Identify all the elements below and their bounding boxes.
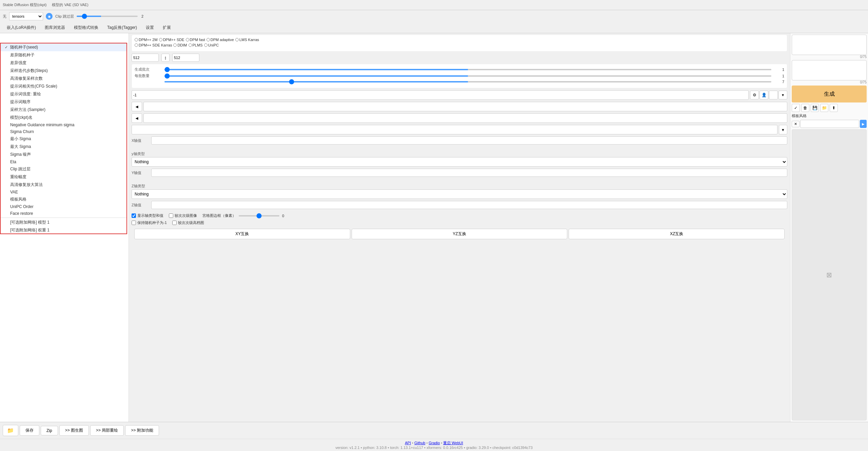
dropdown-item-hires-upscale[interactable]: 高清修复放大算法 [1, 181, 126, 189]
dropdown-item-addon-model1[interactable]: [可选附加网络] 模型 1 [1, 219, 126, 226]
sampler-dpmadaptive[interactable]: DPM adaptive [206, 38, 234, 42]
dropdown-item-template[interactable]: 模板风格 [1, 195, 126, 203]
to-extra-button[interactable]: >> 附加功能 [125, 425, 159, 436]
tab-extension[interactable]: 扩展 [159, 23, 175, 32]
height-input[interactable] [172, 54, 199, 62]
to-t2i-button[interactable]: >> 图生图 [59, 425, 89, 436]
tab-lora[interactable]: 嵌入(LoRA插件) [3, 23, 40, 32]
show-hires-checkbox[interactable]: 较次次级高档图 [172, 220, 204, 225]
reload-link[interactable]: 重启 WebUI [443, 441, 463, 445]
dropdown-item-max-sigma[interactable]: 最大 Sigma [1, 143, 126, 151]
xz-swap-button[interactable]: XZ互换 [569, 229, 785, 239]
dropdown-item-addon-weight1[interactable]: [可选附加网络] 权重 1 [1, 226, 126, 233]
dropdown-item-model[interactable]: 模型(ckpt)名 [1, 114, 126, 121]
y-value-input[interactable] [151, 169, 787, 177]
clip-slider[interactable] [77, 16, 138, 17]
keep-seed-checkbox[interactable]: 保持随机种子为-1 [132, 220, 167, 225]
arrow-dropdown-button[interactable]: ▾ [779, 125, 787, 134]
x-value-input[interactable] [151, 136, 787, 145]
sampler-dpmfast-radio[interactable] [186, 38, 189, 41]
dropdown-item-neg-guidance[interactable]: Negative Guidance minimum sigma [1, 121, 126, 128]
dropdown-item-sampler[interactable]: 采样方法 (Sampler) [1, 106, 126, 114]
keep-seed-input[interactable] [132, 221, 136, 225]
sampler-lmskarras-radio[interactable] [235, 38, 239, 41]
arrow-left-button-1[interactable]: ◄ [132, 102, 142, 111]
margin-slider[interactable] [239, 215, 279, 217]
dropdown-item-diff-strength[interactable]: 差异强度 [1, 59, 126, 67]
dropdown-item-prompt-order[interactable]: 提示词顺序 [1, 98, 126, 106]
tab-gallery[interactable]: 图库浏览器 [41, 23, 69, 32]
show-axis-input[interactable] [132, 213, 136, 218]
dropdown-item-hires-steps[interactable]: 高清修复采样次数 [1, 75, 126, 82]
tab-tagger[interactable]: Tag反推(Tagger) [103, 23, 141, 32]
prompt-2-input[interactable] [792, 60, 867, 80]
dropdown-item-face[interactable]: Face restore [1, 210, 126, 217]
save-button[interactable]: 💾 [811, 104, 819, 112]
save-action-button[interactable]: 保存 [20, 425, 39, 436]
zip-action-button[interactable]: Zip [41, 426, 58, 435]
check-button[interactable]: ✓ [792, 104, 800, 112]
dropdown-item-diff-seed[interactable]: 差异随机种子 [1, 51, 126, 59]
dropdown-item-sigma-noise[interactable]: Sigma 噪声 [1, 151, 126, 158]
seed-dropdown-button[interactable]: ▾ [778, 91, 787, 99]
seed-gear-button[interactable]: ⚙ [750, 91, 759, 99]
sampler-unipc[interactable]: UniPC [204, 43, 219, 47]
dropdown-item-eta[interactable]: Eta [1, 158, 126, 165]
count-slider[interactable] [164, 69, 771, 70]
prompt-1-input[interactable] [792, 35, 867, 55]
sampler-dpmsdekarras-radio[interactable] [135, 43, 138, 47]
template-close-button[interactable]: ✕ [792, 121, 800, 127]
dropdown-item-denoise[interactable]: 提示词强度: 重绘 [1, 90, 126, 98]
arrow-left-button-2[interactable]: ◄ [132, 113, 142, 123]
sampler-plms-radio[interactable] [189, 43, 192, 47]
dropdown-item-seed[interactable]: ✓ 随机种子(seed) [1, 43, 126, 51]
folder-action-button[interactable]: 📁 [3, 425, 18, 436]
cfg-slider[interactable] [164, 81, 771, 82]
template-text-input[interactable] [800, 120, 859, 128]
show-grid-input[interactable] [169, 213, 173, 218]
to-inpaint-button[interactable]: >> 局部重绘 [90, 425, 124, 436]
sampler-dpm2m-radio[interactable] [135, 38, 138, 41]
sampler-dpmsdekarras[interactable]: DPM++ SDE Karras [135, 43, 172, 47]
dropdown-item-vae[interactable]: VAE [1, 189, 126, 195]
dropdown-item-min-sigma[interactable]: 最小 Sigma [1, 135, 126, 143]
template-submit-button[interactable]: ▶ [860, 120, 867, 128]
y-type-select[interactable]: Nothing [132, 157, 787, 167]
dropdown-item-clip[interactable]: Clip 跳过层 [1, 165, 126, 173]
sampler-unipc-radio[interactable] [204, 43, 208, 47]
dropdown-item-cfg[interactable]: 提示词相关性(CFG Scale) [1, 82, 126, 90]
sampler-lmskarras[interactable]: LMS Karras [235, 38, 259, 42]
sampler-dpmsde-radio[interactable] [159, 38, 162, 41]
tab-convert[interactable]: 模型格式转换 [70, 23, 102, 32]
generate-button[interactable]: 生成 [792, 86, 867, 102]
sampler-dpmsde[interactable]: DPM++ SDE [159, 38, 184, 42]
dropdown-item-steps[interactable]: 采样迭代步数(Steps) [1, 67, 126, 75]
sampler-plms[interactable]: PLMS [189, 43, 203, 47]
dropdown-item-sigma-churn[interactable]: Sigma Churn [1, 128, 126, 135]
batch-slider[interactable] [164, 75, 771, 77]
upload-button[interactable]: ⬆ [830, 104, 838, 112]
xy-swap-button[interactable]: XY互换 [134, 229, 350, 239]
sampler-ddim-radio[interactable] [173, 43, 177, 47]
tensors-select[interactable]: tensors [9, 12, 43, 20]
sampler-ddim[interactable]: DDIM [173, 43, 187, 47]
swap-size-button[interactable]: ↕ [161, 54, 170, 62]
show-axis-checkbox[interactable]: 显示轴类型和值 [132, 213, 163, 218]
sampler-dpmadaptive-radio[interactable] [206, 38, 210, 41]
seed-empty-button[interactable] [769, 91, 778, 99]
show-hires-input[interactable] [172, 221, 177, 225]
dropdown-item-unipc[interactable]: UniPC Order [1, 203, 126, 210]
dropdown-item-redraw[interactable]: 重绘幅度 [1, 173, 126, 181]
folder-button[interactable]: 📁 [820, 104, 828, 112]
trash-button[interactable]: 🗑 [801, 104, 809, 112]
seed-person-button[interactable]: 👤 [760, 91, 768, 99]
show-grid-checkbox[interactable]: 较次次级图像 [169, 213, 197, 218]
gradio-link[interactable]: Gradio [429, 441, 440, 445]
github-link[interactable]: Github [414, 441, 425, 445]
sampler-dpmfast[interactable]: DPM fast [186, 38, 205, 42]
sampler-dpm2m[interactable]: DPM++ 2M [135, 38, 158, 42]
z-type-select[interactable]: Nothing [132, 189, 787, 199]
width-input[interactable] [132, 54, 159, 62]
yz-swap-button[interactable]: YZ互换 [352, 229, 568, 239]
z-value-input[interactable] [151, 201, 787, 209]
